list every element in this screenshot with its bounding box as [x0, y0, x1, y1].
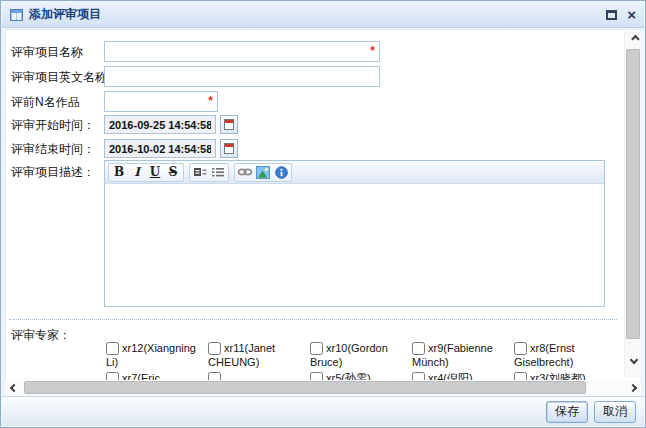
expert-checkbox[interactable] [208, 372, 221, 380]
expert-checkbox-item[interactable]: xr3(刘晓都) [514, 371, 616, 380]
expert-checkbox[interactable] [106, 342, 119, 355]
top-n-label: 评前N名作品 [11, 94, 80, 111]
end-time-label: 评审结束时间： [11, 141, 95, 158]
section-divider [9, 319, 617, 320]
description-textarea[interactable] [105, 184, 604, 306]
list-icon[interactable] [209, 164, 227, 180]
insert-button-group [234, 163, 292, 182]
experts-checkbox-grid: xr12(Xiangning Li) xr11(Janet CHEUNG) xr… [106, 341, 621, 380]
table-icon [10, 9, 23, 21]
dialog-footer: 保存 取消 [2, 396, 644, 426]
expert-checkbox-item[interactable]: xr8(Ernst Giselbrecht) [514, 341, 616, 371]
top-n-fieldwrap: * [104, 91, 218, 112]
expert-checkbox-item[interactable]: xr9(Fabienne Münch) [412, 341, 514, 371]
project-name-label: 评审项目名称 [11, 44, 83, 61]
calendar-icon[interactable] [220, 139, 238, 158]
underline-icon[interactable]: U [146, 164, 164, 180]
blockquote-icon[interactable] [191, 164, 209, 180]
expert-checkbox-item[interactable]: xr6(DongsongLi) [208, 371, 310, 380]
vertical-scrollbar-thumb[interactable] [626, 49, 640, 339]
form-content: 评审项目名称 * 评审项目英文名称 评前N名作品 * 评审开始时间： 评审结束时… [7, 31, 625, 380]
required-marker: * [370, 44, 375, 58]
expert-label: xr12(Xiangning Li) [106, 342, 196, 368]
expert-checkbox[interactable] [106, 372, 119, 380]
expert-checkbox[interactable] [514, 342, 527, 355]
expert-checkbox-item[interactable]: xr10(Gordon Bruce) [310, 341, 412, 371]
scroll-right-icon[interactable] [624, 380, 641, 396]
image-icon[interactable] [254, 164, 272, 180]
save-button[interactable]: 保存 [546, 401, 588, 423]
expert-label: xr5(孙雯) [326, 372, 371, 380]
horizontal-scrollbar[interactable] [5, 380, 641, 396]
calendar-icon[interactable] [220, 115, 238, 134]
info-icon[interactable] [272, 164, 290, 180]
expert-label: xr3(刘晓都) [530, 372, 586, 380]
project-name-input[interactable] [104, 41, 380, 62]
bold-icon[interactable]: B [110, 164, 128, 180]
horizontal-scrollbar-thumb[interactable] [24, 381, 586, 394]
experts-label: 评审专家： [11, 327, 71, 344]
calendar-glyph [224, 143, 234, 154]
start-time-input[interactable] [104, 115, 216, 134]
project-name-en-fieldwrap [104, 66, 380, 87]
start-time-label: 评审开始时间： [11, 117, 95, 134]
expert-checkbox[interactable] [412, 342, 425, 355]
italic-icon[interactable]: I [128, 164, 146, 180]
expert-checkbox-item[interactable]: xr5(孙雯) [310, 371, 412, 380]
add-review-project-dialog: 添加评审项目 × 评审项目名称 * 评审项目英文名称 评前N名作品 * 评审开始… [0, 0, 646, 428]
expert-checkbox[interactable] [208, 342, 221, 355]
project-name-en-input[interactable] [104, 66, 380, 87]
expert-checkbox-item[interactable]: xr12(Xiangning Li) [106, 341, 208, 371]
expert-label: xr4(倪阳) [428, 372, 473, 380]
required-marker: * [208, 94, 213, 108]
expert-checkbox[interactable] [310, 342, 323, 355]
scroll-up-icon[interactable] [625, 31, 642, 47]
window-controls: × [606, 9, 636, 21]
scroll-left-icon[interactable] [5, 380, 22, 396]
expert-checkbox-item[interactable]: xr7(Eric GIZARD) [106, 371, 208, 380]
end-time-input[interactable] [104, 139, 216, 158]
top-n-input[interactable] [104, 91, 218, 112]
format-button-group: B I U S [108, 163, 184, 182]
link-icon[interactable] [236, 164, 254, 180]
expert-checkbox[interactable] [514, 372, 527, 380]
expert-checkbox[interactable] [310, 372, 323, 380]
scroll-down-icon[interactable] [625, 352, 642, 368]
project-name-fieldwrap: * [104, 41, 380, 62]
description-label: 评审项目描述： [11, 164, 95, 181]
expert-checkbox-item[interactable]: xr11(Janet CHEUNG) [208, 341, 310, 371]
paragraph-button-group [189, 163, 229, 182]
expert-checkbox[interactable] [412, 372, 425, 380]
description-editor: B I U S [104, 160, 605, 307]
dialog-title: 添加评审项目 [29, 6, 101, 23]
expert-checkbox-item[interactable]: xr4(倪阳) [412, 371, 514, 380]
close-icon[interactable]: × [627, 9, 636, 21]
cancel-button[interactable]: 取消 [594, 401, 636, 423]
start-time-fieldwrap [104, 115, 238, 134]
end-time-fieldwrap [104, 139, 238, 158]
vertical-scrollbar[interactable] [624, 31, 641, 378]
dialog-titlebar: 添加评审项目 × [2, 2, 644, 28]
editor-toolbar: B I U S [105, 161, 604, 184]
strikethrough-icon[interactable]: S [164, 164, 182, 180]
maximize-icon[interactable] [606, 10, 617, 20]
project-name-en-label: 评审项目英文名称 [11, 69, 107, 86]
calendar-glyph [224, 119, 234, 130]
